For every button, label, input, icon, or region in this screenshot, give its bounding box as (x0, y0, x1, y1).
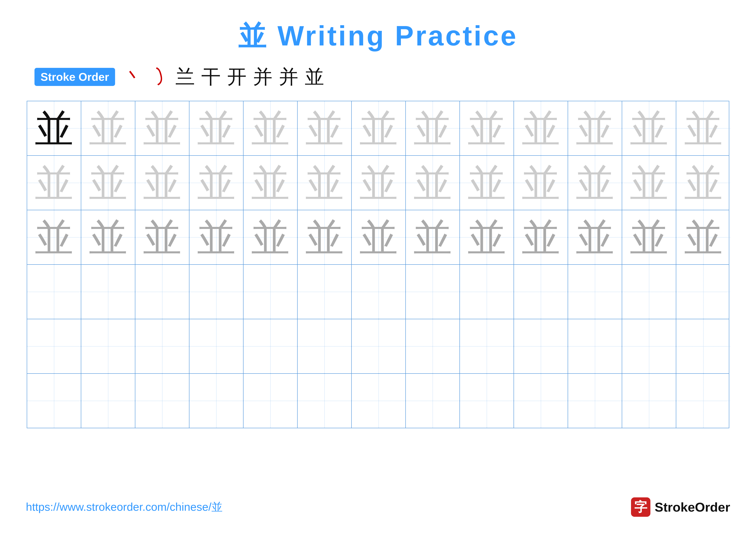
grid-cell-r4c11[interactable] (568, 265, 622, 319)
char-r2c9: 並 (468, 164, 506, 202)
grid-cell-r5c9[interactable] (460, 319, 514, 373)
grid-cell-r1c12[interactable]: 並 (622, 101, 676, 155)
grid-cell-r2c2[interactable]: 並 (81, 156, 135, 210)
grid-cell-r4c7[interactable] (352, 265, 406, 319)
grid-cell-r4c6[interactable] (298, 265, 352, 319)
grid-cell-r5c5[interactable] (244, 319, 298, 373)
grid-cell-r6c8[interactable] (406, 374, 460, 428)
grid-cell-r5c4[interactable] (189, 319, 244, 373)
char-r2c12: 並 (630, 164, 668, 202)
grid-cell-r4c8[interactable] (406, 265, 460, 319)
grid-cell-r6c10[interactable] (514, 374, 568, 428)
grid-cell-r2c1[interactable]: 並 (27, 156, 81, 210)
grid-cell-r4c10[interactable] (514, 265, 568, 319)
grid-cell-r5c7[interactable] (352, 319, 406, 373)
grid-cell-r1c2[interactable]: 並 (81, 101, 135, 155)
grid-cell-r6c5[interactable] (244, 374, 298, 428)
grid-cell-r5c1[interactable] (27, 319, 81, 373)
grid-cell-r3c9[interactable]: 並 (460, 210, 514, 264)
grid-cell-r6c6[interactable] (298, 374, 352, 428)
grid-cell-r3c12[interactable]: 並 (622, 210, 676, 264)
grid-row-6 (27, 374, 729, 428)
char-r3c9: 並 (468, 218, 506, 257)
practice-grid: 並 並 並 並 並 並 並 並 並 並 並 並 並 並 並 並 並 並 並 並 … (27, 101, 729, 428)
grid-cell-r2c13[interactable]: 並 (676, 156, 730, 210)
grid-cell-r5c11[interactable] (568, 319, 622, 373)
grid-cell-r1c5[interactable]: 並 (244, 101, 298, 155)
grid-cell-r2c12[interactable]: 並 (622, 156, 676, 210)
grid-cell-r5c13[interactable] (676, 319, 730, 373)
grid-cell-r1c9[interactable]: 並 (460, 101, 514, 155)
char-r3c8: 並 (413, 218, 452, 257)
char-r1c9: 並 (468, 109, 506, 148)
char-r3c2: 並 (89, 218, 127, 257)
grid-cell-r6c3[interactable] (135, 374, 189, 428)
grid-cell-r6c9[interactable] (460, 374, 514, 428)
grid-cell-r6c2[interactable] (81, 374, 135, 428)
footer: https://www.strokeorder.com/chinese/並 字 … (26, 497, 730, 517)
grid-cell-r4c4[interactable] (189, 265, 244, 319)
grid-cell-r4c3[interactable] (135, 265, 189, 319)
grid-cell-r1c13[interactable]: 並 (676, 101, 730, 155)
grid-cell-r4c9[interactable] (460, 265, 514, 319)
grid-cell-r2c3[interactable]: 並 (135, 156, 189, 210)
page-container: 並 Writing Practice Stroke Order 丶 ㇁ 兰 干 … (0, 0, 756, 534)
grid-cell-r1c10[interactable]: 並 (514, 101, 568, 155)
grid-cell-r5c3[interactable] (135, 319, 189, 373)
grid-row-3: 並 並 並 並 並 並 並 並 並 並 並 並 並 (27, 210, 729, 265)
grid-cell-r1c11[interactable]: 並 (568, 101, 622, 155)
footer-logo: 字 StrokeOrder (631, 497, 730, 517)
grid-cell-r3c3[interactable]: 並 (135, 210, 189, 264)
grid-cell-r2c11[interactable]: 並 (568, 156, 622, 210)
grid-cell-r1c1[interactable]: 並 (27, 101, 81, 155)
char-r2c10: 並 (522, 164, 560, 202)
grid-cell-r4c12[interactable] (622, 265, 676, 319)
grid-cell-r2c10[interactable]: 並 (514, 156, 568, 210)
logo-text: StrokeOrder (655, 500, 730, 515)
grid-cell-r2c4[interactable]: 並 (189, 156, 244, 210)
char-r1c8: 並 (413, 109, 452, 148)
grid-cell-r2c5[interactable]: 並 (244, 156, 298, 210)
grid-cell-r5c6[interactable] (298, 319, 352, 373)
grid-cell-r6c13[interactable] (676, 374, 730, 428)
grid-row-1: 並 並 並 並 並 並 並 並 並 並 並 並 並 (27, 101, 729, 156)
grid-cell-r4c1[interactable] (27, 265, 81, 319)
grid-cell-r1c3[interactable]: 並 (135, 101, 189, 155)
grid-cell-r6c4[interactable] (189, 374, 244, 428)
grid-cell-r2c9[interactable]: 並 (460, 156, 514, 210)
grid-cell-r3c4[interactable]: 並 (189, 210, 244, 264)
grid-cell-r4c5[interactable] (244, 265, 298, 319)
grid-cell-r5c10[interactable] (514, 319, 568, 373)
grid-cell-r5c2[interactable] (81, 319, 135, 373)
grid-cell-r6c11[interactable] (568, 374, 622, 428)
char-r3c1: 並 (35, 218, 73, 257)
grid-cell-r3c2[interactable]: 並 (81, 210, 135, 264)
grid-cell-r4c13[interactable] (676, 265, 730, 319)
grid-cell-r3c1[interactable]: 並 (27, 210, 81, 264)
grid-cell-r5c12[interactable] (622, 319, 676, 373)
grid-cell-r3c11[interactable]: 並 (568, 210, 622, 264)
grid-cell-r2c7[interactable]: 並 (352, 156, 406, 210)
grid-cell-r3c10[interactable]: 並 (514, 210, 568, 264)
grid-cell-r1c8[interactable]: 並 (406, 101, 460, 155)
grid-cell-r6c7[interactable] (352, 374, 406, 428)
grid-cell-r3c6[interactable]: 並 (298, 210, 352, 264)
grid-cell-r3c13[interactable]: 並 (676, 210, 730, 264)
char-r1c1: 並 (35, 109, 73, 148)
grid-cell-r1c4[interactable]: 並 (189, 101, 244, 155)
grid-cell-r2c8[interactable]: 並 (406, 156, 460, 210)
grid-cell-r6c12[interactable] (622, 374, 676, 428)
char-r2c2: 並 (89, 164, 127, 202)
char-r3c12: 並 (630, 218, 668, 257)
grid-cell-r5c8[interactable] (406, 319, 460, 373)
grid-cell-r1c7[interactable]: 並 (352, 101, 406, 155)
page-title: 並 Writing Practice (238, 17, 518, 55)
grid-cell-r4c2[interactable] (81, 265, 135, 319)
grid-cell-r3c7[interactable]: 並 (352, 210, 406, 264)
grid-cell-r1c6[interactable]: 並 (298, 101, 352, 155)
grid-cell-r6c1[interactable] (27, 374, 81, 428)
grid-cell-r3c5[interactable]: 並 (244, 210, 298, 264)
grid-cell-r3c8[interactable]: 並 (406, 210, 460, 264)
stroke-5: 开 (227, 64, 247, 90)
grid-cell-r2c6[interactable]: 並 (298, 156, 352, 210)
